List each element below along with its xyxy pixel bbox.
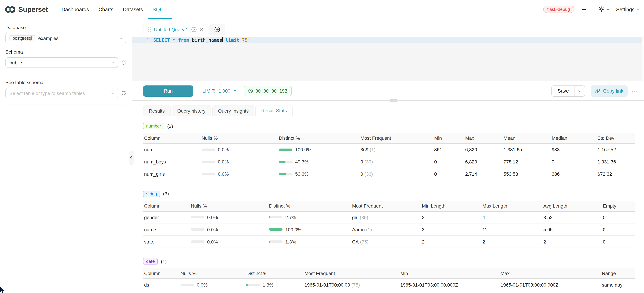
- limit-label: LIMIT:: [202, 88, 215, 94]
- most-frequent-count: (36): [364, 171, 373, 177]
- column-type-row: string(3): [143, 190, 635, 197]
- sql-code-editor[interactable]: 1 SELECT * from birth_names limit 75;: [132, 34, 644, 82]
- percent-value: 0.0%: [218, 171, 229, 177]
- copy-link-button[interactable]: Copy link: [591, 85, 628, 96]
- nav-item-sql[interactable]: SQL: [148, 0, 172, 19]
- column-name-cell: name: [143, 223, 191, 236]
- query-tabs-bar: Untitled Query 1: [132, 24, 644, 34]
- refresh-tables-button[interactable]: [121, 90, 126, 96]
- nav-item-label: Dashboards: [62, 6, 89, 12]
- refresh-schemas-button[interactable]: [121, 60, 126, 65]
- stat-value-cell: 6,820: [465, 144, 504, 156]
- percent-value: 53.3%: [295, 171, 308, 177]
- pane-resize-handle[interactable]: [390, 99, 398, 103]
- most-frequent-value: 0: [360, 171, 363, 177]
- percent-value: 100.0%: [295, 147, 311, 152]
- stat-value-cell: 0: [603, 211, 635, 223]
- progress-bar-fill: [269, 216, 270, 218]
- progress-bar: [202, 173, 215, 175]
- stat-value-cell: same day: [602, 279, 635, 291]
- results-tab-query-history[interactable]: Query history: [172, 105, 211, 116]
- stats-header-std-dev: Std Dev: [597, 133, 635, 144]
- percent-value: 0.0%: [207, 215, 218, 220]
- database-select[interactable]: postgresql examples: [6, 33, 126, 44]
- stats-header-column: Column: [143, 268, 180, 279]
- results-pane: ResultsQuery historyQuery InsightsResult…: [132, 101, 644, 293]
- limit-value: 1 000: [218, 88, 230, 94]
- mouse-cursor-icon: [0, 287, 6, 293]
- stats-header-min: Min: [400, 268, 501, 279]
- nav-item-datasets[interactable]: Datasets: [118, 0, 148, 19]
- limit-dropdown[interactable]: LIMIT: 1 000: [202, 88, 237, 94]
- new-query-tab-button[interactable]: [209, 24, 225, 34]
- chevron-left-icon: [130, 156, 133, 159]
- stats-header-nulls-: Nulls %: [202, 133, 279, 144]
- stats-row-num-girls: num_girls0.0%53.3%0(36)02,714553.5338667…: [143, 168, 635, 180]
- query-tab-title: Untitled Query 1: [154, 26, 188, 32]
- chevron-down-icon: [112, 61, 114, 64]
- results-tab-query-insights[interactable]: Query Insights: [212, 105, 254, 116]
- stats-header-distinct-: Distinct %: [246, 268, 304, 279]
- superset-logo[interactable]: Superset: [5, 0, 48, 19]
- stats-row-name: name0.0%100.0%Aaron(1)3115.950: [143, 223, 635, 236]
- nulls-pct-cell: 0.0%: [191, 236, 269, 248]
- settings-label: Settings: [616, 6, 634, 12]
- query-tab[interactable]: Untitled Query 1: [143, 24, 208, 34]
- progress-bar-fill: [279, 148, 292, 151]
- superset-sql-lab: Superset DashboardsChartsDatasetsSQL fla…: [0, 0, 644, 293]
- progress-bar: [202, 160, 215, 163]
- stats-header-row: ColumnNulls %Distinct %Most FrequentMinM…: [143, 133, 635, 144]
- column-name-cell: ds: [143, 279, 180, 291]
- distinct-pct-cell: 1.3%: [269, 236, 352, 248]
- stat-value-cell: 3: [422, 223, 482, 236]
- most-frequent-cell: 0(36): [360, 168, 434, 180]
- stats-header-distinct-: Distinct %: [279, 133, 360, 144]
- string-type-tag: string: [143, 190, 160, 197]
- theme-toggle-button[interactable]: [598, 6, 609, 12]
- collapse-sidebar-button[interactable]: [129, 151, 134, 164]
- theme-sun-icon: [598, 6, 604, 12]
- column-name-cell: gender: [143, 211, 191, 223]
- save-options-button[interactable]: [575, 86, 585, 96]
- nav-item-label: Charts: [98, 6, 114, 12]
- stats-section-string: string(3)ColumnNulls %Distinct %Most Fre…: [143, 190, 635, 248]
- column-type-count: (3): [167, 123, 173, 129]
- nulls-pct-cell: 0.0%: [202, 168, 279, 180]
- nav-item-label: SQL: [152, 6, 163, 12]
- table-select[interactable]: Select table or type to search tables: [6, 88, 118, 98]
- results-tab-results[interactable]: Results: [143, 105, 170, 116]
- editor-scrollbar[interactable]: [642, 35, 644, 82]
- nulls-pct-cell: 0.0%: [191, 223, 269, 236]
- stats-header-nulls-: Nulls %: [180, 268, 246, 279]
- results-tab-result-stats[interactable]: Result Stats: [255, 105, 292, 116]
- progress-bar: [269, 240, 282, 243]
- stat-value-cell: 1965-01-01T03:00:00.000Z: [400, 279, 501, 291]
- most-frequent-cell: CA(75): [352, 236, 422, 248]
- code-token: from: [178, 37, 189, 42]
- percent-value: 0.0%: [218, 159, 229, 164]
- stats-row-state: state0.0%1.3%CA(75)2220: [143, 236, 635, 248]
- nav-item-charts[interactable]: Charts: [94, 0, 118, 19]
- distinct-pct-cell: 53.3%: [279, 168, 360, 180]
- most-frequent-count: (1): [370, 147, 376, 152]
- stats-header-row: ColumnNulls %Distinct %Most FrequentMinM…: [143, 268, 635, 279]
- stats-header-nulls-: Nulls %: [191, 200, 269, 211]
- editor-active-line: 1 SELECT * from birth_names limit 75;: [132, 36, 642, 43]
- save-button[interactable]: Save: [552, 86, 575, 96]
- most-frequent-count: (75): [352, 282, 360, 288]
- run-query-button[interactable]: Run: [143, 85, 193, 96]
- chevron-down-icon: [637, 8, 640, 10]
- nav-item-dashboards[interactable]: Dashboards: [57, 0, 94, 19]
- database-engine-tag: postgresql: [10, 35, 35, 41]
- result-stats-content: number(3)ColumnNulls %Distinct %Most Fre…: [132, 116, 644, 293]
- code-token: 75: [239, 37, 248, 42]
- more-options-button[interactable]: ···: [632, 88, 638, 94]
- close-icon[interactable]: [200, 28, 204, 31]
- stats-row-ds: ds0.0%1.3%1965-01-01T00:00:00(75)1965-01…: [143, 279, 635, 291]
- most-frequent-value: CA: [352, 239, 359, 244]
- new-item-button[interactable]: [581, 6, 592, 12]
- distinct-pct-cell: 100.0%: [269, 223, 352, 236]
- schema-select[interactable]: public: [6, 57, 118, 68]
- column-type-count: (1): [161, 258, 167, 264]
- settings-menu[interactable]: Settings: [616, 6, 639, 12]
